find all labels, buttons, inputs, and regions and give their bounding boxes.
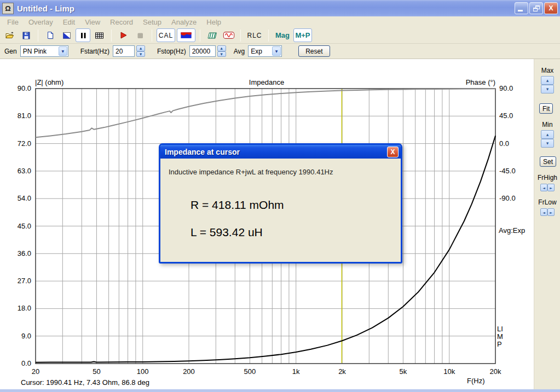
- fstart-spinner[interactable]: ▲ ▼: [136, 45, 145, 57]
- mag-phase-button[interactable]: M+P: [293, 28, 312, 42]
- graph-mode-button[interactable]: [59, 28, 74, 42]
- min-up-icon[interactable]: ▲: [541, 130, 554, 139]
- right-tick-label: 45.0: [499, 112, 513, 120]
- frlow-right-icon[interactable]: ►: [547, 208, 555, 216]
- phase-curve: [36, 89, 495, 137]
- limp-window: Ω Untitled - Limp X FileOverlayEditViewR…: [0, 0, 560, 392]
- max-down-icon[interactable]: ▼: [541, 85, 554, 93]
- table-button[interactable]: [92, 28, 107, 42]
- parameter-bar: Gen PN Pink ▼ Fstart(Hz) ▲ ▼ Fstop(Hz) ▲…: [0, 44, 560, 59]
- window-titlebar[interactable]: Ω Untitled - Limp X: [0, 0, 560, 16]
- fstop-label: Fstop(Hz): [157, 48, 186, 55]
- avg-dropdown-icon[interactable]: ▼: [272, 46, 281, 56]
- left-tick-label: 54.0: [18, 194, 31, 202]
- menu-edit[interactable]: Edit: [58, 17, 80, 27]
- dialog-titlebar[interactable]: Impedance at cursor X: [160, 145, 401, 159]
- x-tick-label: 5k: [400, 367, 407, 376]
- max-up-icon[interactable]: ▲: [541, 76, 554, 85]
- diagonal-split-icon: [62, 31, 71, 40]
- avg-select[interactable]: Exp ▼: [248, 45, 282, 57]
- x-tick-label: 500: [244, 367, 256, 376]
- mag-button[interactable]: Mag: [273, 28, 292, 42]
- left-tick-label: 90.0: [18, 84, 31, 92]
- max-spinner[interactable]: ▲ ▼: [541, 76, 554, 93]
- right-tick-label: 90.0: [499, 84, 513, 92]
- open-button[interactable]: [2, 28, 17, 42]
- set-button[interactable]: Set: [540, 156, 556, 167]
- app-omega-icon: Ω: [2, 3, 14, 14]
- left-tick-label: 0.0: [21, 359, 31, 367]
- stop-icon: [136, 32, 144, 39]
- frhigh-label: FrHigh: [534, 174, 560, 182]
- table-grid-icon: [95, 32, 104, 39]
- window-controls: X: [515, 2, 558, 14]
- new-page-icon: [46, 31, 55, 40]
- frlow-left-icon[interactable]: ◄: [540, 208, 547, 216]
- dialog-title: Impedance at cursor: [165, 148, 387, 156]
- menu-file[interactable]: File: [2, 17, 24, 27]
- avg-value: Exp: [249, 48, 272, 55]
- fit-button[interactable]: Fit: [539, 103, 553, 114]
- generator-output-button[interactable]: [177, 28, 195, 42]
- menu-overlay[interactable]: Overlay: [24, 17, 58, 27]
- max-label: Max: [534, 67, 560, 74]
- menu-bar: FileOverlayEditViewRecordSetupAnalyzeHel…: [0, 16, 560, 27]
- dialog-close-button[interactable]: X: [387, 147, 399, 157]
- left-tick-label: 9.0: [21, 332, 31, 340]
- min-down-icon[interactable]: ▼: [541, 139, 554, 148]
- min-spinner[interactable]: ▲ ▼: [541, 130, 554, 148]
- frhigh-spinner[interactable]: ◄ ►: [540, 184, 555, 191]
- close-button[interactable]: X: [544, 2, 558, 14]
- chart-title: Impedance: [212, 78, 321, 86]
- menu-setup[interactable]: Setup: [138, 17, 166, 27]
- fstop-input[interactable]: [189, 45, 216, 57]
- menu-record[interactable]: Record: [105, 17, 138, 27]
- signal-generator-button[interactable]: [221, 28, 236, 42]
- new-document-button[interactable]: [43, 28, 57, 42]
- spectrum-button[interactable]: [205, 28, 220, 42]
- left-tick-label: 63.0: [18, 167, 31, 175]
- mp-label: M+P: [295, 31, 310, 39]
- menu-help[interactable]: Help: [201, 17, 226, 27]
- restore-button[interactable]: [529, 2, 543, 14]
- red-blue-wave-icon: [180, 31, 192, 39]
- menu-view[interactable]: View: [80, 17, 105, 27]
- x-tick-label: 20k: [490, 367, 501, 376]
- side-panel: Max ▲ ▼ Fit Min ▲ ▼ Set FrHigh ◄ ► FrLow…: [534, 59, 560, 389]
- toolbar: CAL RLC Mag: [0, 27, 560, 44]
- fstop-down-icon[interactable]: ▼: [217, 51, 226, 57]
- start-record-button[interactable]: [116, 28, 131, 42]
- x-axis-title: F(Hz): [467, 377, 485, 385]
- toolbar-separator: [152, 30, 152, 42]
- dialog-body: Inductive impedance R+jwL at frequency 1…: [160, 159, 401, 262]
- left-tick-label: 81.0: [18, 112, 31, 120]
- menu-analyze[interactable]: Analyze: [166, 17, 201, 27]
- restore-icon: [533, 5, 540, 11]
- frhigh-left-icon[interactable]: ◄: [540, 184, 547, 191]
- gen-select[interactable]: PN Pink ▼: [20, 45, 68, 57]
- left-tick-label: 45.0: [18, 222, 31, 230]
- x-tick-label: 20: [32, 367, 39, 376]
- cal-button[interactable]: CAL: [157, 28, 175, 42]
- gen-dropdown-icon[interactable]: ▼: [59, 46, 67, 56]
- pause-icon: [79, 32, 87, 39]
- mag-label: Mag: [275, 31, 290, 39]
- reset-button[interactable]: Reset: [298, 45, 330, 57]
- fstop-spinner[interactable]: ▲ ▼: [217, 45, 226, 57]
- minimize-button[interactable]: [515, 2, 528, 14]
- frlow-spinner[interactable]: ◄ ►: [540, 208, 555, 216]
- fstart-down-icon[interactable]: ▼: [136, 51, 145, 57]
- fstop-up-icon[interactable]: ▲: [217, 45, 226, 51]
- fstart-up-icon[interactable]: ▲: [136, 45, 145, 51]
- save-button[interactable]: [19, 28, 33, 42]
- toolbar-separator: [38, 30, 38, 42]
- fstart-input[interactable]: [113, 45, 135, 57]
- frhigh-right-icon[interactable]: ►: [547, 184, 555, 191]
- right-tick-label: -45.0: [499, 167, 516, 175]
- x-tick-label: 1k: [292, 367, 300, 376]
- pause-button[interactable]: [76, 28, 90, 42]
- fstart-label: Fstart(Hz): [80, 48, 109, 55]
- stop-record-button[interactable]: [132, 28, 147, 42]
- dialog-r-value: R = 418.11 mOhm: [190, 198, 284, 212]
- rlc-button[interactable]: RLC: [245, 28, 264, 42]
